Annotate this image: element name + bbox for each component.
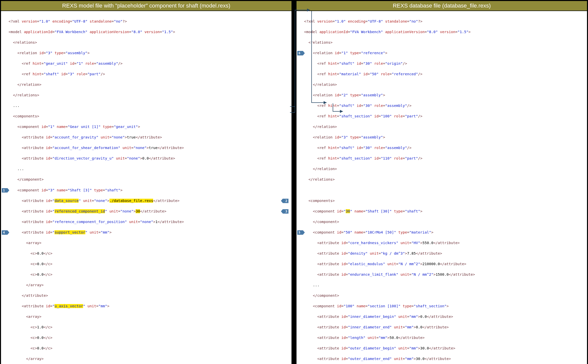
marker-3: 3 — [281, 209, 288, 214]
marker-1: 1 — [2, 188, 9, 193]
marker-2: 2 — [281, 199, 288, 203]
marker-4: 4 — [2, 230, 9, 235]
diagram-root: REXS model file with "placeholder" compo… — [0, 0, 588, 364]
marker-6: 6 — [297, 51, 305, 55]
left-panel: REXS model file with "placeholder" compo… — [1, 1, 292, 364]
marker-5: 5 — [297, 230, 305, 235]
left-panel-title: REXS model file with "placeholder" compo… — [1, 1, 291, 11]
right-panel: REXS database file (database_file.rexs) … — [296, 1, 587, 364]
panel-gap — [292, 1, 296, 364]
xml-version: 1.0 — [41, 19, 48, 23]
right-code: <?xml version="1.0" encoding="UTF-8" sta… — [297, 11, 587, 364]
right-panel-title: REXS database file (database_file.rexs) — [297, 1, 587, 11]
left-code: <?xml version="1.0" encoding="UTF-8" sta… — [1, 11, 291, 364]
